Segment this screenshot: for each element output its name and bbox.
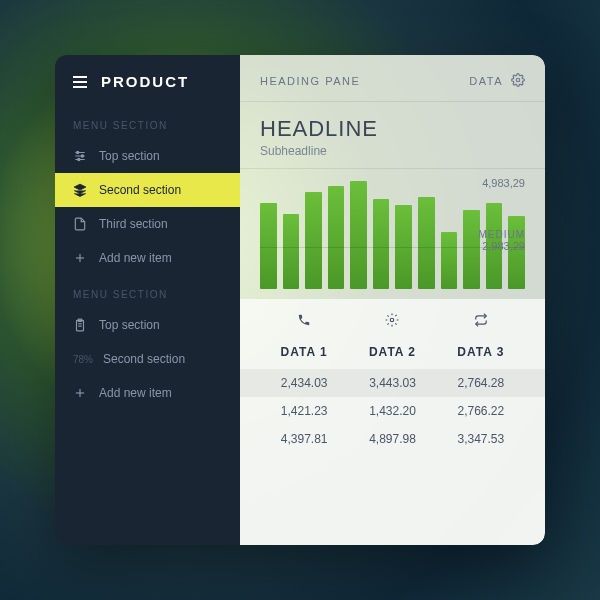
sidebar-item-second-section[interactable]: Second section [55,173,240,207]
topbar: HEADING PANE DATA [240,55,545,102]
sidebar-item-add-new[interactable]: Add new item [55,241,240,275]
brand-title: PRODUCT [101,73,189,90]
table-cell: 2,764.28 [437,376,525,390]
menu-section-title-1: MENU SECTION [55,106,240,139]
table-row: 2,434.033,443.032,764.28 [240,369,545,397]
menu-section-title-2: MENU SECTION [55,275,240,308]
sidebar-item-top-section-2[interactable]: Top section [55,308,240,342]
col-header: DATA 1 [260,345,348,359]
table-row: 4,397.814,897.983,347.53 [240,425,545,453]
sidebar-item-label: Second section [99,183,181,197]
svg-point-5 [78,158,80,160]
sidebar-item-label: Top section [99,149,160,163]
svg-point-3 [77,151,79,153]
sliders-icon [73,149,87,163]
table-cell: 2,434.03 [260,376,348,390]
headline: HEADLINE [260,116,525,142]
table-header-row: DATA 1 DATA 2 DATA 3 [240,341,545,369]
subheadline: Subheadline [260,144,525,158]
col-header: DATA 3 [437,345,525,359]
sidebar-item-label: Add new item [99,386,172,400]
table-cell: 2,766.22 [437,404,525,418]
chart-bar [305,192,322,289]
sidebar-item-top-section[interactable]: Top section [55,139,240,173]
sidebar-item-add-new-2[interactable]: Add new item [55,376,240,410]
data-table: DATA 1 DATA 2 DATA 3 2,434.033,443.032,7… [240,299,545,545]
chart-bar [283,214,300,289]
chart-mid-label: MEDIUM2,983,29 [478,229,525,252]
brand-bar: PRODUCT [55,55,240,106]
table-cell: 1,421.23 [260,404,348,418]
chart-bar [328,186,345,289]
table-icon-row [240,313,545,341]
svg-point-15 [391,318,395,322]
content-pane: HEADING PANE DATA HEADLINE Subheadline 4… [240,55,545,545]
clipboard-icon [73,318,87,332]
svg-point-14 [516,78,520,82]
plus-icon [73,251,87,265]
sidebar: PRODUCT MENU SECTION Top section Second … [55,55,240,545]
chart-bar [508,216,525,289]
headline-block: HEADLINE Subheadline [240,102,545,169]
gear-icon[interactable] [511,73,525,89]
sidebar-item-label: Add new item [99,251,172,265]
table-cell: 3,347.53 [437,432,525,446]
chart-bar [441,232,458,289]
col-header: DATA 2 [348,345,436,359]
svg-point-4 [81,155,83,157]
plus-icon [73,386,87,400]
chart-bar [418,197,435,289]
chart-bar [373,199,390,289]
chart-top-label: 4,983,29 [482,177,525,189]
table-row: 1,421.231,432.202,766.22 [240,397,545,425]
sidebar-item-label: Top section [99,318,160,332]
bar-chart: 4,983,29 MEDIUM2,983,29 [240,169,545,299]
chart-bar [463,210,480,289]
table-cell: 3,443.03 [348,376,436,390]
sidebar-item-label: Third section [99,217,168,231]
chart-reference-line [260,247,525,248]
topbar-data-label: DATA [469,75,503,87]
topbar-title: HEADING PANE [260,75,360,87]
sidebar-item-second-section-2[interactable]: 78% Second section [55,342,240,376]
table-cell: 4,397.81 [260,432,348,446]
table-cell: 4,897.98 [348,432,436,446]
gear-icon [348,313,436,331]
chart-bar [350,181,367,289]
document-icon [73,217,87,231]
layers-icon [73,183,87,197]
phone-icon [260,313,348,331]
menu-icon[interactable] [73,76,87,88]
percent-badge: 78% [73,354,93,365]
sidebar-item-label: Second section [103,352,185,366]
app-window: PRODUCT MENU SECTION Top section Second … [55,55,545,545]
table-cell: 1,432.20 [348,404,436,418]
refresh-icon [437,313,525,331]
topbar-right: DATA [469,73,525,89]
sidebar-item-third-section[interactable]: Third section [55,207,240,241]
